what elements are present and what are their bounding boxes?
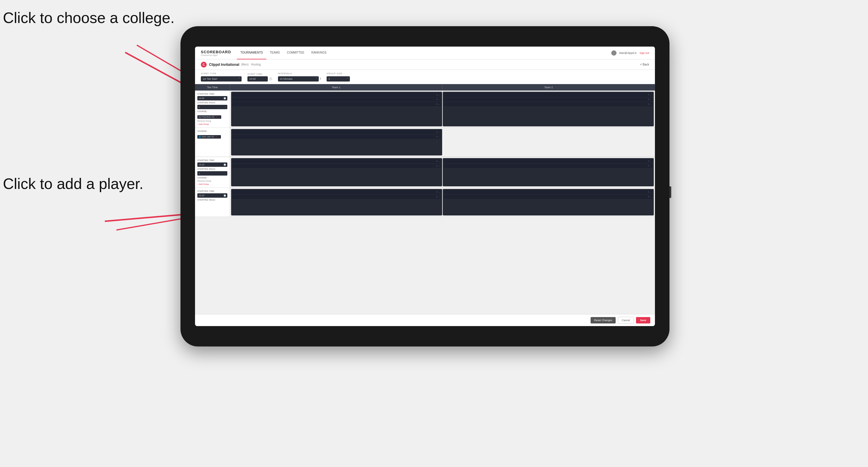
- player-x-icon: ✕: [436, 103, 438, 105]
- time-icon-3: 🕙: [223, 194, 226, 197]
- tee-left-1: STARTING TIME: 10:00 🕙 STARTING HOLE: 1 …: [195, 91, 230, 127]
- tablet-frame: SCOREBOARD Powered by clippd TOURNAMENTS…: [181, 26, 670, 346]
- starting-time-label-1: STARTING TIME:: [197, 93, 227, 95]
- player-row-5-2[interactable]: ✕ ⌄: [232, 195, 441, 199]
- intervals-label: Intervals: [278, 72, 321, 75]
- breadcrumb-bar: C Clippd Invitational (Men) Hosting < Ba…: [195, 59, 655, 70]
- team1-slot-3: ✕ ⌄ ✕ ⌄: [231, 189, 442, 215]
- nav-tournaments[interactable]: TOURNAMENTS: [237, 46, 266, 59]
- sign-out-link[interactable]: Sign out: [640, 52, 649, 55]
- player-row-5-1[interactable]: ✕ ⌄: [232, 190, 441, 194]
- course-tag-1b[interactable]: 🌐 East Lake GC ✕ ⌄: [197, 133, 227, 138]
- player-x-icon: ✕: [436, 94, 438, 96]
- starting-time-label-2: STARTING TIME:: [197, 159, 227, 161]
- starting-hole-input-2[interactable]: 1 ⌄: [197, 171, 227, 176]
- player-row-1b-1[interactable]: ✕ ⌄: [232, 130, 441, 134]
- player-row-4-2[interactable]: ✕ ⌄: [444, 164, 653, 168]
- player-chevron-icon: ⌄: [438, 94, 440, 96]
- remove-group-2[interactable]: Remove Group: [197, 180, 227, 182]
- brand-title: SCOREBOARD: [201, 50, 231, 54]
- player-row-1-3[interactable]: ✕ ⌄: [232, 102, 441, 106]
- course-tag-1[interactable]: (A) Peachtree GC ✕ ⌄: [197, 114, 227, 119]
- tee-group-3: STARTING TIME: 10:20 🕙 STARTING HOLE: ✕ …: [195, 188, 655, 217]
- starting-time-label-3: STARTING TIME:: [197, 190, 227, 192]
- clippd-logo: C: [201, 62, 207, 67]
- player-row-1-2[interactable]: ✕ ⌄: [232, 97, 441, 102]
- player-x-icon: ✕: [436, 98, 438, 101]
- tee-left-1b: COURSE: 🌐 East Lake GC ✕ ⌄: [195, 128, 230, 157]
- add-group-1[interactable]: + Add Group: [197, 123, 227, 125]
- tee-group-1b: COURSE: 🌐 East Lake GC ✕ ⌄ ✕: [195, 128, 655, 157]
- footer: Reset Changes Cancel Save: [195, 314, 655, 326]
- start-type-group: Start Type 1st Tee Start Shotgun Start: [201, 72, 242, 82]
- add-group-2[interactable]: + Add Group: [197, 183, 227, 185]
- back-button[interactable]: < Back: [640, 63, 649, 66]
- tee-group-2: STARTING TIME: 10:10 🕙 STARTING HOLE: 1 …: [195, 157, 655, 188]
- starting-hole-label-2: STARTING HOLE:: [197, 168, 227, 170]
- group-size-label: Group Size: [327, 72, 350, 75]
- player-row-1-1[interactable]: ✕ ⌄: [232, 93, 441, 97]
- clock-icon: 🕙: [269, 77, 272, 80]
- user-email: blair@clippd.io: [619, 52, 637, 55]
- nav-rankings[interactable]: RANKINGS: [308, 46, 330, 59]
- player-chevron-icon: ⌄: [438, 98, 440, 101]
- tablet-side-button: [670, 186, 671, 198]
- th-tee-time: Tee Time: [195, 84, 230, 91]
- starting-hole-input-1[interactable]: 1 ⌄: [197, 105, 227, 109]
- player-row-6-1[interactable]: ✕ ⌄: [444, 190, 653, 194]
- player-row-6-2[interactable]: ✕ ⌄: [444, 195, 653, 199]
- annotation-player: Click to add a player.: [3, 175, 144, 193]
- intervals-wrapper: 10 Minutes 8 Minutes: [278, 76, 319, 82]
- nav-committee[interactable]: COMMITTEE: [283, 46, 308, 59]
- tee-teams-3: ✕ ⌄ ✕ ⌄ ✕ ⌄: [230, 188, 655, 217]
- player-row-2-2[interactable]: ✕ ⌄: [444, 97, 653, 102]
- tee-teams-2: ✕ ⌄ ✕ ⌄ ✕ ⌄: [230, 157, 655, 187]
- tee-teams-1: ✕ ⌄ ✕ ⌄ ✕ ⌄: [230, 91, 655, 127]
- intervals-group: Intervals 10 Minutes 8 Minutes ℹ: [278, 72, 321, 82]
- groups-container: STARTING TIME: 10:00 🕙 STARTING HOLE: 1 …: [195, 91, 655, 314]
- brand-logo: SCOREBOARD Powered by clippd: [201, 50, 231, 56]
- start-time-label: Start Time: [247, 73, 272, 75]
- player-row-3-2[interactable]: ✕ ⌄: [232, 164, 441, 168]
- table-header: Tee Time Team 1 Team 2: [195, 84, 655, 91]
- start-time-group: Start Time 🕙: [247, 73, 272, 82]
- th-team1: Team 1: [230, 84, 442, 91]
- nav-teams[interactable]: TEAMS: [266, 46, 283, 59]
- course-label-1b: COURSE:: [197, 130, 227, 132]
- player-chevron-icon: ⌄: [438, 103, 440, 105]
- reset-button[interactable]: Reset Changes: [591, 317, 616, 323]
- team1-slot-2: ✕ ⌄ ✕ ⌄: [231, 158, 442, 186]
- team1-slot-1: ✕ ⌄ ✕ ⌄ ✕ ⌄: [231, 92, 442, 126]
- powered-by-text: Powered by clippd: [201, 54, 231, 56]
- tournament-name: Clippd Invitational: [209, 63, 239, 67]
- user-avatar: [611, 50, 617, 56]
- team2-slot-2: ✕ ⌄ ✕ ⌄: [443, 158, 654, 186]
- remove-group-1[interactable]: Remove Group: [197, 120, 227, 122]
- cancel-button[interactable]: Cancel: [618, 317, 634, 324]
- player-row-3-1[interactable]: ✕ ⌄: [232, 159, 441, 163]
- start-type-wrapper: 1st Tee Start Shotgun Start: [201, 76, 242, 82]
- intervals-select[interactable]: 10 Minutes 8 Minutes: [278, 76, 319, 82]
- player-row-2-3[interactable]: ✕ ⌄: [444, 102, 653, 106]
- save-button[interactable]: Save: [636, 317, 650, 323]
- nav-links: TOURNAMENTS TEAMS COMMITTEE RANKINGS: [237, 46, 330, 59]
- navbar: SCOREBOARD Powered by clippd TOURNAMENTS…: [195, 46, 655, 59]
- th-team2: Team 2: [442, 84, 655, 91]
- player-row-1b-2[interactable]: ✕ ⌄: [232, 135, 441, 139]
- player-row-4-1[interactable]: ✕ ⌄: [444, 159, 653, 163]
- starting-hole-label-1: STARTING HOLE:: [197, 102, 227, 104]
- start-time-input[interactable]: [247, 76, 268, 82]
- starting-time-input-3[interactable]: 10:20 🕙: [197, 193, 227, 198]
- nav-right: blair@clippd.io Sign out: [611, 50, 649, 56]
- annotation-college: Click to choose a college.: [3, 9, 175, 27]
- starting-time-input-2[interactable]: 10:10 🕙: [197, 162, 227, 167]
- hosting-label: Hosting: [251, 63, 261, 66]
- starting-time-input-1[interactable]: 10:00 🕙: [197, 96, 227, 100]
- tee-left-3: STARTING TIME: 10:20 🕙 STARTING HOLE:: [195, 188, 230, 217]
- group-size-wrapper: 3 4 2: [327, 76, 350, 82]
- group-size-select[interactable]: 3 4 2: [327, 76, 350, 82]
- tee-group-1: STARTING TIME: 10:00 🕙 STARTING HOLE: 1 …: [195, 91, 655, 128]
- annotation-player-text: Click to add a player.: [3, 175, 144, 192]
- start-type-select[interactable]: 1st Tee Start Shotgun Start: [201, 76, 242, 82]
- player-row-2-1[interactable]: ✕ ⌄: [444, 93, 653, 97]
